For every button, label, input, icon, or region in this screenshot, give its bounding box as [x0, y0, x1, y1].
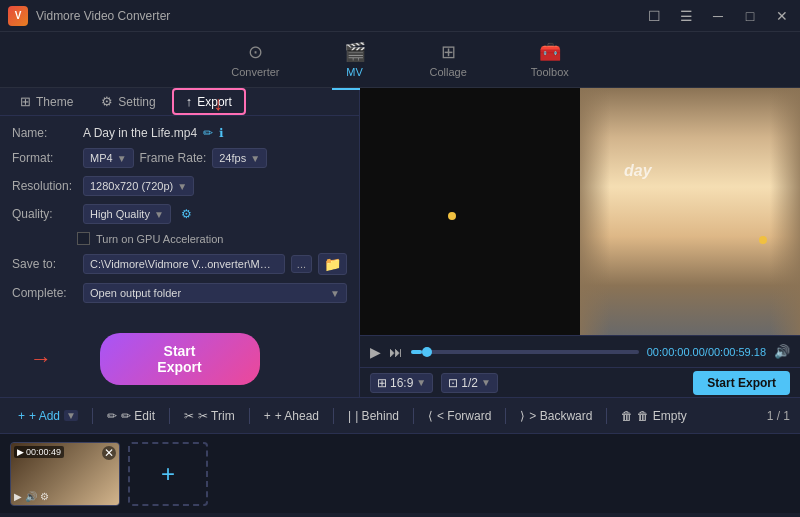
start-export-left-btn[interactable]: Start Export [100, 333, 260, 385]
quality-row: Quality: High Quality ▼ ⚙ [12, 204, 347, 224]
complete-dropdown[interactable]: Open output folder ▼ [83, 283, 347, 303]
theme-btn[interactable]: ⊞ Theme [8, 90, 85, 113]
quality-dropdown[interactable]: High Quality ▼ [83, 204, 171, 224]
theme-label: Theme [36, 95, 73, 109]
divider-3 [249, 408, 250, 424]
backward-btn[interactable]: ⟩ > Backward [512, 405, 600, 427]
title-bar-left: V Vidmore Video Converter [8, 6, 170, 26]
play-btn[interactable]: ▶ [370, 344, 381, 360]
forward-label: < Forward [437, 409, 491, 423]
menu-btn[interactable]: ☰ [676, 8, 696, 24]
tab-converter[interactable]: ⊙ Converter [219, 37, 291, 82]
progress-bar[interactable] [411, 350, 639, 354]
page-count: 1 / 1 [767, 409, 790, 423]
minimize-btn[interactable]: ─ [708, 8, 728, 24]
tab-toolbox[interactable]: 🧰 Toolbox [519, 37, 581, 82]
trim-icon: ✂ [184, 409, 194, 423]
resolution-dropdown[interactable]: 1280x720 (720p) ▼ [83, 176, 194, 196]
behind-btn[interactable]: | | Behind [340, 405, 407, 427]
edit-btn[interactable]: ✏ ✏ Edit [99, 405, 163, 427]
gpu-label: Turn on GPU Acceleration [96, 233, 223, 245]
tab-mv[interactable]: 🎬 MV [332, 37, 378, 82]
clip-vol-btn[interactable]: 🔊 [25, 491, 37, 502]
progress-fill [411, 350, 422, 354]
backward-icon: ⟩ [520, 409, 525, 423]
split-icon: ⊡ [448, 376, 458, 390]
name-value: A Day in the Life.mp4 [83, 126, 197, 140]
empty-icon: 🗑 [621, 409, 633, 423]
clip-play-btn[interactable]: ▶ [14, 491, 22, 502]
clip-time-value: 00:00:49 [26, 447, 61, 457]
setting-icon: ⚙ [101, 94, 113, 109]
setting-btn[interactable]: ⚙ Setting [89, 90, 167, 113]
ratio-btn[interactable]: ⊞ 16:9 ▼ [370, 373, 433, 393]
complete-value: Open output folder [90, 287, 181, 299]
close-btn[interactable]: ✕ [772, 8, 792, 24]
ahead-label: + Ahead [275, 409, 319, 423]
quality-label: Quality: [12, 207, 77, 221]
save-path-more-btn[interactable]: ... [291, 255, 312, 273]
backward-label: > Backward [529, 409, 592, 423]
right-panel: day ▶ ⏭ 00:00:00.00/00:00:59.18 🔊 ⊞ 1 [360, 88, 800, 397]
gpu-row: Turn on GPU Acceleration [12, 232, 347, 245]
main-content: ⊞ Theme ⚙ Setting ↑ Export Name: A Day i… [0, 88, 800, 397]
mv-label: MV [346, 66, 363, 78]
timeline-add-btn[interactable]: + [128, 442, 208, 506]
divider-4 [333, 408, 334, 424]
add-label: + Add [29, 409, 60, 423]
name-info-icon[interactable]: ℹ [219, 126, 224, 140]
controls-row2: ⊞ 16:9 ▼ ⊡ 1/2 ▼ Start Export [360, 367, 800, 397]
clip-settings-btn[interactable]: ⚙ [40, 491, 49, 502]
behind-icon: | [348, 409, 351, 423]
folder-btn[interactable]: 📁 [318, 253, 347, 275]
forward-btn[interactable]: ⟨ < Forward [420, 405, 499, 427]
name-edit-icon[interactable]: ✏ [203, 126, 213, 140]
toolbox-label: Toolbox [531, 66, 569, 78]
ratio-icon: ⊞ [377, 376, 387, 390]
trim-label: ✂ Trim [198, 409, 235, 423]
gpu-checkbox[interactable] [77, 232, 90, 245]
empty-label: 🗑 Empty [637, 409, 686, 423]
title-bar-controls: ☐ ☰ ─ □ ✕ [644, 8, 792, 24]
ratio-arrow: ▼ [416, 377, 426, 388]
clip-close-btn[interactable]: ✕ [102, 446, 116, 460]
maximize-btn[interactable]: □ [740, 8, 760, 24]
save-row: Save to: C:\Vidmore\Vidmore V...onverter… [12, 253, 347, 275]
skip-btn[interactable]: ⏭ [389, 344, 403, 360]
trim-btn[interactable]: ✂ ✂ Trim [176, 405, 243, 427]
quality-arrow: ▼ [154, 209, 164, 220]
export-btn[interactable]: ↑ Export [172, 88, 246, 115]
start-export-container: → Start Export [0, 321, 359, 397]
playback-controls: ▶ ⏭ 00:00:00.00/00:00:59.18 🔊 [360, 335, 800, 367]
add-dropdown-arrow: ▼ [64, 410, 78, 421]
theme-icon: ⊞ [20, 94, 31, 109]
tab-collage[interactable]: ⊞ Collage [418, 37, 479, 82]
empty-btn[interactable]: 🗑 🗑 Empty [613, 405, 694, 427]
quality-gear-icon[interactable]: ⚙ [181, 207, 192, 221]
format-row: Format: MP4 ▼ Frame Rate: 24fps ▼ [12, 148, 347, 168]
complete-arrow: ▼ [330, 288, 340, 299]
format-value: MP4 [90, 152, 113, 164]
volume-icon[interactable]: 🔊 [774, 344, 790, 359]
preview-dot-left [448, 212, 456, 220]
framerate-dropdown[interactable]: 24fps ▼ [212, 148, 267, 168]
start-export-right-btn[interactable]: Start Export [693, 371, 790, 395]
framerate-value: 24fps [219, 152, 246, 164]
add-icon: + [18, 409, 25, 423]
edit-label: ✏ Edit [121, 409, 155, 423]
edit-icon: ✏ [107, 409, 117, 423]
add-btn[interactable]: + + Add ▼ [10, 405, 86, 427]
complete-row: Complete: Open output folder ▼ [12, 283, 347, 303]
export-label: Export [197, 95, 232, 109]
ahead-btn[interactable]: + + Ahead [256, 405, 327, 427]
settings-form: Name: A Day in the Life.mp4 ✏ ℹ Format: … [0, 116, 359, 321]
name-label: Name: [12, 126, 77, 140]
time-display: 00:00:00.00/00:00:59.18 [647, 346, 766, 358]
split-btn[interactable]: ⊡ 1/2 ▼ [441, 373, 498, 393]
nav-tabs: ⊙ Converter 🎬 MV ⊞ Collage 🧰 Toolbox [0, 32, 800, 88]
format-dropdown[interactable]: MP4 ▼ [83, 148, 134, 168]
message-btn[interactable]: ☐ [644, 8, 664, 24]
timeline: ▶ 00:00:49 ✕ ▶ 🔊 ⚙ + [0, 433, 800, 513]
resolution-label: Resolution: [12, 179, 77, 193]
clip-video-icon: ▶ [17, 447, 24, 457]
